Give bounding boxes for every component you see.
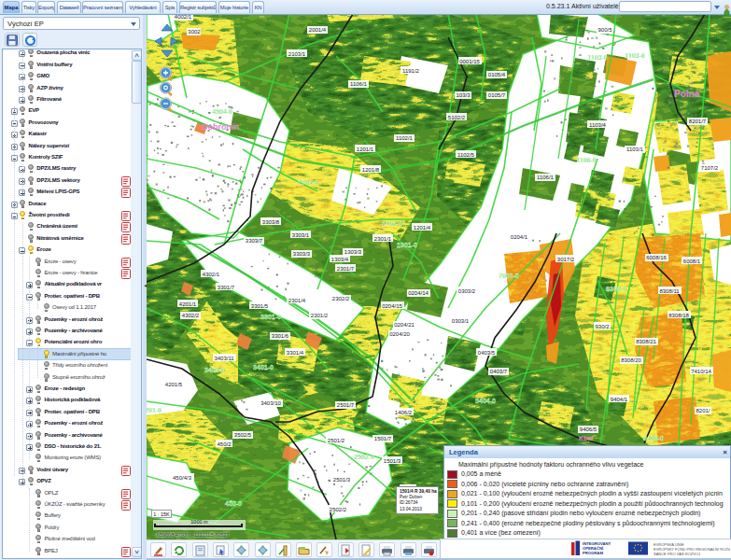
svg-text:2502-0: 2502-0 xyxy=(354,454,374,460)
svg-text:2501/7: 2501/7 xyxy=(337,402,355,408)
svg-text:0204/20: 0204/20 xyxy=(389,331,410,337)
svg-text:2502/2: 2502/2 xyxy=(330,507,347,512)
svg-text:4504-0: 4504-0 xyxy=(212,108,232,115)
svg-text:1103-6: 1103-6 xyxy=(625,52,645,59)
svg-text:0204/21: 0204/21 xyxy=(394,322,415,328)
svg-text:8308/18: 8308/18 xyxy=(668,313,689,318)
svg-text:Polná: Polná xyxy=(674,89,700,99)
svg-text:8308/20: 8308/20 xyxy=(621,357,641,363)
svg-text:3303/1: 3303/1 xyxy=(292,232,310,238)
svg-text:2103/1: 2103/1 xyxy=(288,51,306,57)
svg-text:3403/11: 3403/11 xyxy=(214,356,234,361)
svg-text:3403/10: 3403/10 xyxy=(260,400,281,406)
svg-text:9406/5: 9406/5 xyxy=(580,427,597,432)
svg-text:2301/4: 2301/4 xyxy=(288,298,306,303)
svg-text:8308/11: 8308/11 xyxy=(659,288,680,294)
svg-text:3002: 3002 xyxy=(188,29,201,35)
svg-text:1106-0: 1106-0 xyxy=(576,157,597,163)
svg-text:3403-0: 3403-0 xyxy=(204,367,225,373)
svg-text:3301/5: 3301/5 xyxy=(251,303,269,309)
svg-text:900/5: 900/5 xyxy=(597,27,612,33)
svg-text:6008/1: 6008/1 xyxy=(683,259,701,264)
svg-text:1303/3: 1303/3 xyxy=(344,249,362,255)
svg-text:2301/1: 2301/1 xyxy=(374,236,392,242)
svg-text:1501/3: 1501/3 xyxy=(384,458,401,464)
svg-text:4201/5: 4201/5 xyxy=(165,382,183,387)
svg-text:0204/1: 0204/1 xyxy=(511,234,528,240)
svg-text:0001/15: 0001/15 xyxy=(459,59,480,64)
svg-text:3502/5: 3502/5 xyxy=(234,432,252,438)
svg-text:3301/6: 3301/6 xyxy=(272,333,289,339)
svg-text:5102/2: 5102/2 xyxy=(448,115,466,120)
svg-text:8201/: 8201/ xyxy=(696,408,710,413)
svg-text:1106/1: 1106/1 xyxy=(350,81,368,87)
svg-text:2301/2: 2301/2 xyxy=(311,313,329,318)
svg-text:3303/3: 3303/3 xyxy=(293,251,311,257)
svg-text:7107/2: 7107/2 xyxy=(701,165,719,171)
svg-text:3303/8: 3303/8 xyxy=(262,219,280,225)
svg-text:4201-0: 4201-0 xyxy=(147,407,162,413)
svg-text:3301-0: 3301-0 xyxy=(260,314,281,320)
svg-text:2501/3: 2501/3 xyxy=(333,477,351,483)
svg-text:Kbel: Kbel xyxy=(579,435,593,441)
svg-text:9404/1: 9404/1 xyxy=(611,397,628,402)
svg-text:0204/14: 0204/14 xyxy=(408,290,429,296)
svg-text:4302/1: 4302/1 xyxy=(203,272,220,277)
svg-text:2301/7: 2301/7 xyxy=(337,266,355,272)
svg-text:0303/1: 0303/1 xyxy=(452,318,470,324)
svg-text:2704-0: 2704-0 xyxy=(298,179,318,186)
svg-text:9404-0: 9404-0 xyxy=(475,398,496,404)
svg-text:1501/7: 1501/7 xyxy=(374,436,392,441)
svg-text:0403/7: 0403/7 xyxy=(490,369,508,374)
svg-text:930/2: 930/2 xyxy=(595,324,610,329)
svg-text:3017/2: 3017/2 xyxy=(557,257,575,262)
svg-text:0105/7: 0105/7 xyxy=(488,92,506,98)
svg-text:4201/1: 4201/1 xyxy=(179,301,197,307)
svg-text:ŠANCE PRO VÁŠ ROZVOJ: ŠANCE PRO VÁŠ ROZVOJ xyxy=(654,552,700,556)
svg-text:1103/4: 1103/4 xyxy=(589,122,607,128)
svg-text:1106/1: 1106/1 xyxy=(537,175,555,180)
svg-text:4002/1: 4002/1 xyxy=(175,15,192,20)
svg-text:Dobronín: Dobronín xyxy=(202,122,239,132)
svg-text:8308-0: 8308-0 xyxy=(606,286,626,292)
svg-text:1201/4: 1201/4 xyxy=(414,225,431,231)
svg-text:7003-0: 7003-0 xyxy=(499,273,519,279)
svg-text:0303/2: 0303/2 xyxy=(458,288,476,294)
svg-text:9406-0: 9406-0 xyxy=(643,435,664,441)
svg-text:0204/15: 0204/15 xyxy=(382,303,402,309)
svg-text:3301/4: 3301/4 xyxy=(287,350,304,356)
svg-text:1103-0: 1103-0 xyxy=(587,54,608,61)
svg-text:0403/5: 0403/5 xyxy=(478,350,496,356)
svg-text:1191/2: 1191/2 xyxy=(402,68,420,74)
svg-text:7410/14: 7410/14 xyxy=(691,369,711,374)
svg-text:2301-0: 2301-0 xyxy=(397,242,417,248)
svg-text:1201/1: 1201/1 xyxy=(357,147,374,152)
svg-text:450-0: 450-0 xyxy=(225,500,242,507)
svg-text:2001/4: 2001/4 xyxy=(309,27,327,33)
svg-text:1406/2: 1406/2 xyxy=(395,410,413,415)
svg-text:6008/16: 6008/16 xyxy=(646,255,667,260)
svg-text:1102/1: 1102/1 xyxy=(396,135,414,141)
svg-text:3301/7: 3301/7 xyxy=(218,285,235,290)
svg-text:1303/4: 1303/4 xyxy=(331,257,349,262)
svg-text:1103/1: 1103/1 xyxy=(626,147,644,152)
svg-text:1201/8: 1201/8 xyxy=(362,167,380,173)
svg-text:4302/2: 4302/2 xyxy=(182,313,200,318)
svg-text:1102/5: 1102/5 xyxy=(457,152,475,158)
svg-text:8308/21: 8308/21 xyxy=(636,339,656,344)
svg-text:2102-0: 2102-0 xyxy=(382,220,402,227)
svg-text:3303/7: 3303/7 xyxy=(246,238,263,244)
svg-text:450/2: 450/2 xyxy=(217,441,232,447)
svg-text:2302/2: 2302/2 xyxy=(332,296,350,301)
svg-text:0105/4: 0105/4 xyxy=(488,72,506,77)
svg-text:3401-0: 3401-0 xyxy=(253,364,274,371)
svg-text:2501/2: 2501/2 xyxy=(328,438,345,443)
svg-text:8201/7: 8201/7 xyxy=(689,119,707,124)
svg-text:PROGRAM: PROGRAM xyxy=(583,551,603,555)
svg-text:103/3: 103/3 xyxy=(456,92,471,98)
svg-text:450/4/3: 450/4/3 xyxy=(173,475,192,481)
